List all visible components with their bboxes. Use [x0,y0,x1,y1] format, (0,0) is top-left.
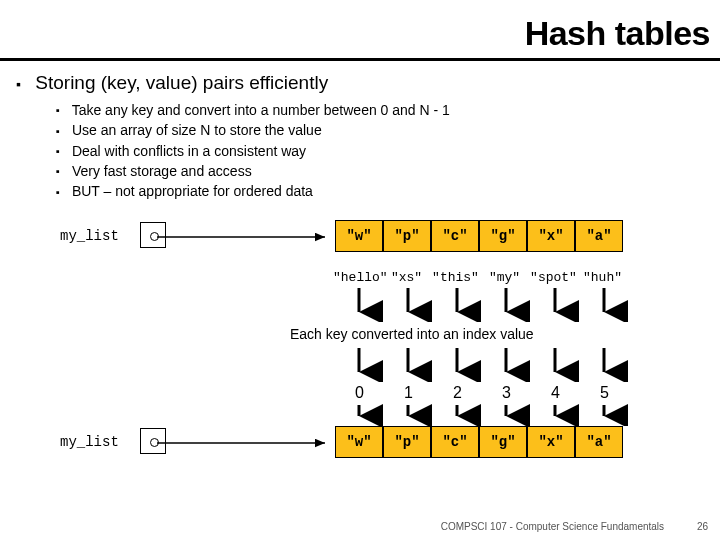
key-label: "xs" [382,270,431,285]
array-cell: "w" [335,426,383,458]
array-cell: "x" [527,426,575,458]
footer-course: COMPSCI 107 - Computer Science Fundament… [441,521,664,532]
index-row: 0 1 2 3 4 5 [335,384,629,402]
array-cell: "g" [479,220,527,252]
array-cell: "w" [335,220,383,252]
bullet-icon: ▪ [56,185,66,201]
array-cell: "a" [575,426,623,458]
title-divider [0,58,720,61]
key-label: "my" [480,270,529,285]
sub-bullet: ▪ Deal with conflicts in a consistent wa… [56,141,704,161]
pointer-arrow-top [157,230,332,244]
sub-bullet-text: Use an array of size N to store the valu… [72,122,322,138]
sub-bullet-text: Very fast storage and access [72,163,252,179]
var-label-bottom: my_list [60,434,119,450]
bullet-icon: ▪ [16,76,28,92]
footer: COMPSCI 107 - Computer Science Fundament… [441,521,708,532]
diagram-caption: Each key converted into an index value [290,326,534,342]
sub-bullet-text: Deal with conflicts in a consistent way [72,143,306,159]
array-cell: "g" [479,426,527,458]
array-cell: "c" [431,426,479,458]
page-number: 26 [697,521,708,532]
key-label: "spot" [529,270,578,285]
bullet-icon: ▪ [56,144,66,160]
sub-bullet-text: Take any key and convert into a number b… [72,102,450,118]
index-label: 5 [580,384,629,402]
bullet-icon: ▪ [56,124,66,140]
arrows-caption-to-index [335,346,635,382]
key-label: "huh" [578,270,627,285]
index-label: 2 [433,384,482,402]
array-top: "w" "p" "c" "g" "x" "a" [335,220,623,252]
pointer-arrow-bottom [157,436,332,450]
array-cell: "c" [431,220,479,252]
body-content: ▪ Storing (key, value) pairs efficiently… [16,72,704,201]
page-title: Hash tables [525,14,710,53]
array-cell: "p" [383,220,431,252]
index-label: 0 [335,384,384,402]
main-bullet: ▪ Storing (key, value) pairs efficiently [16,72,704,94]
index-label: 1 [384,384,433,402]
index-label: 4 [531,384,580,402]
arrows-index-to-array [335,404,635,426]
key-label: "hello" [333,270,382,285]
bullet-icon: ▪ [56,103,66,119]
index-label: 3 [482,384,531,402]
sub-bullet: ▪ BUT – not appropriate for ordered data [56,181,704,201]
array-cell: "a" [575,220,623,252]
var-label-top: my_list [60,228,119,244]
sub-bullet: ▪ Very fast storage and access [56,161,704,181]
array-bottom: "w" "p" "c" "g" "x" "a" [335,426,623,458]
array-cell: "p" [383,426,431,458]
key-labels-row: "hello" "xs" "this" "my" "spot" "huh" [333,270,627,285]
sub-bullet: ▪ Take any key and convert into a number… [56,100,704,120]
main-bullet-text: Storing (key, value) pairs efficiently [35,72,328,93]
array-cell: "x" [527,220,575,252]
key-label: "this" [431,270,480,285]
hash-diagram: my_list "w" "p" "c" "g" "x" "a" "hello" … [60,220,680,470]
sub-bullet-text: BUT – not appropriate for ordered data [72,183,313,199]
arrows-keys-to-caption [335,286,635,322]
bullet-icon: ▪ [56,164,66,180]
sub-bullet: ▪ Use an array of size N to store the va… [56,120,704,140]
